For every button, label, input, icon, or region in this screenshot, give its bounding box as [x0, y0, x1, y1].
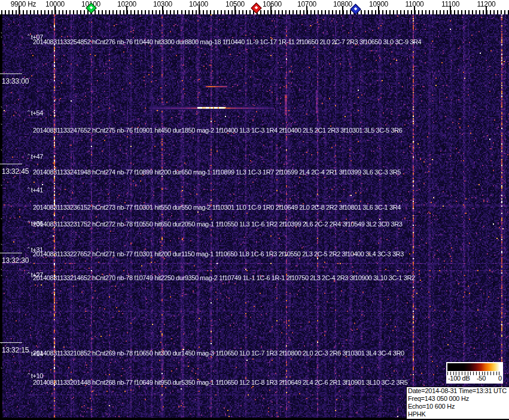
event-data-line: 20140831133214652 hCnt270 nb-78 f10749 h… [33, 275, 415, 281]
legend-db-label: 0 [498, 375, 502, 382]
event-data-line: 20140831133254852 hCnt276 nb-76 f10440 h… [33, 39, 421, 45]
event-time-marker: ^t+41 [28, 185, 43, 194]
time-tick-line [0, 253, 22, 253]
event-data-line: 20140831133210852 hCnt269 nb-78 f10650 h… [33, 350, 404, 357]
left-event-mark: ` [1, 369, 2, 373]
caret-icon: ^ [28, 246, 30, 251]
left-event-mark: ` [1, 276, 2, 281]
freq-axis-label: 10800 [333, 0, 352, 8]
event-data-line: 20140831133236152 hCnt273 nb-77 f10301 h… [33, 204, 401, 211]
freq-axis-label: 10500 [225, 0, 245, 8]
marker-center-dot [255, 6, 258, 10]
freq-axis-label: 11000 [406, 0, 424, 8]
time-axis-label: 13:32:15 [2, 346, 29, 354]
freq-axis-label: 11200 [477, 0, 496, 8]
event-time-marker: ^t+47 [28, 152, 43, 160]
left-event-mark: ` [1, 108, 2, 112]
info-box-line: Date=2014-08-31 Time=13:31 UTC [408, 387, 508, 395]
marker-center-dot [354, 7, 358, 11]
caret-icon: ^ [28, 109, 30, 114]
info-box-line: HPHK [408, 410, 508, 418]
event-marker-label: t+47 [31, 153, 43, 160]
left-event-mark: ` [1, 38, 2, 42]
time-axis-label: 13:32:30 [2, 256, 29, 265]
left-event-mark: ` [1, 344, 2, 348]
caret-icon: ^ [28, 350, 30, 355]
freq-axis-label: 10300 [153, 0, 172, 8]
caret-icon: ^ [28, 186, 30, 191]
event-data-line: 20140831133227652 hCnt271 nb-77 f10301 h… [33, 251, 404, 257]
freq-axis-label: 10000 [45, 0, 65, 8]
info-box-line: Echo=10 600 Hz [408, 403, 508, 410]
caret-icon: ^ [28, 33, 30, 38]
freq-axis-label: 9900 Hz [11, 0, 36, 8]
time-tick-line [0, 73, 22, 74]
event-marker-label: t+41 [31, 186, 43, 194]
freq-axis-label: 11100 [441, 0, 459, 8]
legend-db-label: -50 [477, 375, 486, 382]
db-scale-legend: -100 dB-500 [446, 362, 503, 384]
left-event-mark: ` [1, 151, 2, 155]
colorbar-gradient [447, 363, 502, 371]
time-tick-line [0, 342, 22, 343]
left-event-mark: ` [1, 186, 2, 191]
left-event-mark: ` [1, 270, 2, 275]
left-event-mark: ` [1, 219, 2, 224]
caret-icon: ^ [28, 219, 30, 225]
freq-axis-label: 10600 [263, 0, 282, 8]
freq-axis-label: 10200 [117, 0, 136, 8]
event-data-line: 20140831133231752 hCnt272 nb-78 f10550 h… [33, 221, 402, 228]
event-data-line: 20140831133201448 hCnt268 nb-77 f10649 h… [33, 379, 407, 386]
caret-icon: ^ [28, 152, 30, 158]
event-data-line: 20140831133241948 hCnt274 nb-77 f10899 h… [33, 169, 401, 176]
left-event-mark: ` [1, 125, 2, 130]
meteor-echo-spectrogram-window: { "caret": "^", "colors": { "ruler_bg": … [0, 0, 509, 420]
freq-axis-label: 10400 [189, 0, 208, 8]
left-event-mark: ` [1, 245, 2, 250]
time-axis-label: 13:32:45 [2, 167, 29, 176]
marker-center-dot [90, 6, 93, 10]
event-time-marker: ^t+10 [28, 371, 43, 379]
event-time-marker: ^t+54 [28, 108, 43, 117]
caret-icon: ^ [28, 271, 30, 276]
freq-axis-label: 10700 [297, 0, 316, 8]
legend-db-label: -100 dB [448, 375, 470, 382]
freq-axis-label: 10900 [369, 0, 388, 8]
time-axis-label: 13:33:00 [2, 77, 29, 85]
info-box-line: Freq=143 050 000 Hz [408, 395, 508, 403]
event-data-line: 20140831133247652 hCnt275 nb-76 f10901 h… [33, 127, 402, 134]
status-info-box: Date=2014-08-31 Time=13:31 UTCFreq=143 0… [406, 387, 509, 419]
caret-icon: ^ [28, 372, 30, 377]
event-marker-label: t+54 [31, 109, 43, 117]
time-tick-line [0, 164, 22, 164]
